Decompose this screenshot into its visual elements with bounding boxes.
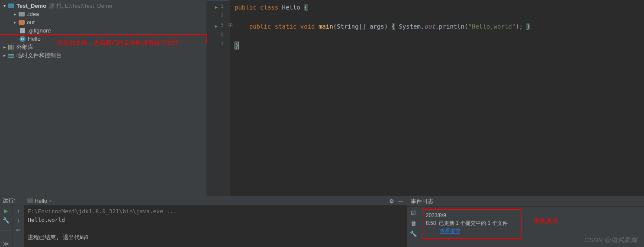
- event-msg: 已更新 1 个提交中的 1 个文件: [439, 220, 508, 226]
- svg-rect-3: [13, 45, 13, 49]
- svg-rect-4: [8, 55, 14, 56]
- wrench-icon[interactable]: 🔧: [3, 217, 10, 224]
- event-toolbar: ☑ 🗑 🔧: [407, 207, 419, 247]
- folder-icon: [18, 19, 25, 26]
- filter-icon[interactable]: ≫: [3, 240, 10, 247]
- wrench-icon[interactable]: 🔧: [410, 230, 417, 237]
- annotation-success: 更新成功: [534, 217, 558, 225]
- code-area[interactable]: public class Hello { public static void …: [229, 0, 644, 196]
- tree-item-scratch[interactable]: 临时文件和控制台: [0, 51, 206, 59]
- editor-tab-indicator: [207, 0, 229, 0]
- chevron-right-icon[interactable]: [12, 12, 17, 16]
- module-icon: [8, 3, 15, 10]
- event-time: 8:58: [426, 220, 436, 226]
- event-log-title: 事件日志: [411, 198, 433, 205]
- scratch-icon: [8, 52, 15, 59]
- divider: [0, 231, 12, 237]
- tree-root[interactable]: Test_Demo 源 根, E:\Test\Test_Demo: [0, 2, 206, 10]
- svg-rect-2: [11, 45, 12, 49]
- run-toolbar-left: ▶ 🔧 ≫: [0, 205, 12, 247]
- folder-icon: [18, 11, 25, 18]
- event-date: 2023/8/9: [426, 211, 518, 219]
- run-gutter-icon[interactable]: ▶: [215, 4, 218, 10]
- run-gutter-icon[interactable]: ▶: [215, 23, 218, 29]
- trash-icon[interactable]: 🗑: [410, 220, 417, 227]
- chevron-right-icon[interactable]: [12, 20, 17, 25]
- rerun-icon[interactable]: ▶: [3, 207, 10, 214]
- view-commit-link[interactable]: 查看提交: [440, 228, 460, 234]
- svg-rect-5: [8, 57, 14, 58]
- chevron-right-icon[interactable]: [2, 45, 7, 49]
- tree-root-meta: 源 根, E:\Test\Test_Demo: [49, 2, 112, 10]
- file-icon: [19, 27, 26, 34]
- svg-rect-1: [10, 45, 11, 49]
- tree-item-idea[interactable]: .idea: [0, 10, 206, 18]
- run-config-icon: [27, 198, 33, 203]
- svg-rect-0: [8, 45, 9, 49]
- editor-gutter[interactable]: ▶1 2 ▶3+ 6 7: [207, 0, 229, 196]
- fold-icon[interactable]: +: [229, 23, 232, 27]
- tree-item-gitignore[interactable]: .gitignore: [0, 26, 206, 35]
- wrap-icon[interactable]: ↩: [15, 226, 22, 233]
- run-panel-label: 运行:: [3, 197, 16, 205]
- checkbox-icon[interactable]: ☑: [410, 209, 417, 216]
- run-tool-window: 运行: Hello × ⚙ — ▶ 🔧 ≫ ↑ ↓ ↩: [0, 196, 407, 247]
- chevron-down-icon[interactable]: [2, 3, 7, 8]
- minimize-icon[interactable]: —: [398, 198, 403, 205]
- gear-icon[interactable]: ⚙: [389, 198, 394, 205]
- event-entry: 2023/8/9 8:58 已更新 1 个提交中的 1 个文件 查看提交: [422, 209, 522, 239]
- annotation-new-file: 更新的文件，之前我们的工作区没有这个文件: [57, 39, 178, 47]
- console-output[interactable]: E:\EnvironMent\jdk1.8.0_321\bin\java.exe…: [24, 205, 407, 247]
- run-toolbar-left2: ↑ ↓ ↩: [12, 205, 24, 247]
- library-icon: [8, 44, 15, 51]
- editor[interactable]: ▶1 2 ▶3+ 6 7 public class Hello { public…: [207, 0, 644, 196]
- down-icon[interactable]: ↓: [15, 217, 22, 224]
- project-tree-panel: Test_Demo 源 根, E:\Test\Test_Demo .idea o…: [0, 0, 207, 196]
- up-icon[interactable]: ↑: [15, 207, 22, 214]
- chevron-right-icon[interactable]: [2, 53, 7, 58]
- tree-item-out[interactable]: out: [0, 18, 206, 26]
- close-icon[interactable]: ×: [49, 198, 52, 203]
- svg-rect-6: [8, 54, 14, 55]
- tree-root-name: Test_Demo: [16, 3, 46, 9]
- java-class-icon: C: [19, 36, 26, 42]
- run-tab[interactable]: Hello ×: [24, 197, 55, 205]
- event-log-panel: 事件日志 ☑ 🗑 🔧 2023/8/9 8:58 已更新 1 个提交中的 1 个…: [407, 196, 644, 247]
